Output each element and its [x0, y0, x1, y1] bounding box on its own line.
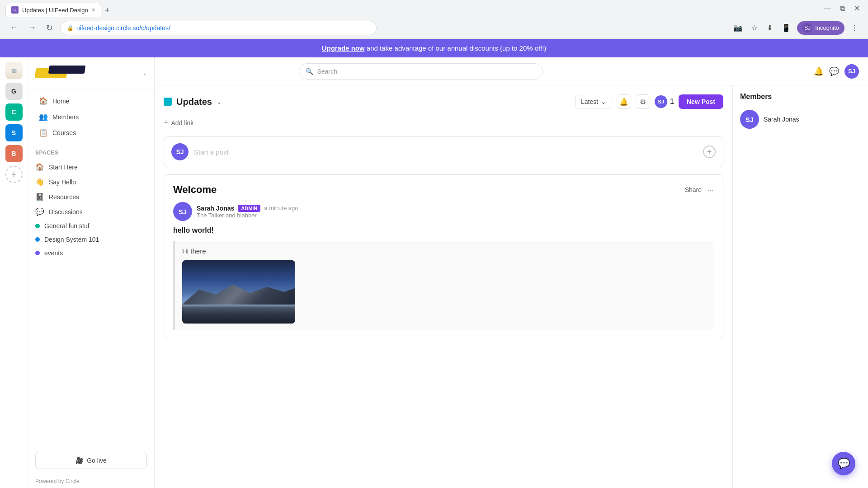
settings-icon[interactable]: ⚙: [636, 94, 650, 109]
go-live-button[interactable]: 🎥 Go live: [35, 452, 147, 469]
lock-icon: 🔒: [67, 25, 74, 31]
rail-icon-g[interactable]: G: [5, 83, 23, 100]
new-tab-btn[interactable]: +: [101, 4, 113, 17]
download-icon[interactable]: ⬇: [764, 22, 775, 34]
add-community-button[interactable]: +: [5, 166, 23, 183]
chat-icon[interactable]: 💬: [829, 66, 839, 76]
sidebar-item-resources[interactable]: 📓 Resources: [28, 189, 154, 204]
sidebar-item-events[interactable]: events: [28, 246, 154, 260]
sidebar-members-label: Members: [52, 113, 79, 121]
notification-settings-icon[interactable]: 🔔: [617, 94, 631, 109]
share-button[interactable]: Share: [685, 186, 702, 193]
author-name-row: Sarah Jonas ADMIN a minute ago: [197, 205, 298, 212]
feed-topbar: Updates ⌄ Latest ⌄ 🔔 ⚙: [164, 94, 723, 109]
active-tab[interactable]: U Updates | UIFeed Design ×: [5, 3, 101, 17]
sidebar-item-say-hello[interactable]: 👋 Say Hello: [28, 174, 154, 189]
admin-badge: ADMIN: [238, 205, 260, 212]
feed-title: Updates: [176, 97, 212, 107]
address-text: uifeed-design.circle.so/c/updates/: [76, 24, 170, 32]
general-label: General fun stuf: [44, 222, 90, 230]
members-title: Members: [740, 93, 861, 101]
search-input[interactable]: 🔍 Search: [299, 63, 543, 80]
general-dot: [35, 224, 40, 228]
user-avatar[interactable]: SJ: [844, 64, 859, 79]
post-composer[interactable]: SJ Start a post +: [164, 136, 723, 167]
add-link[interactable]: + Add link: [164, 116, 723, 129]
welcome-post-card: Welcome Share ··· SJ Sarah J: [164, 174, 723, 339]
quote-block: Hi there: [173, 241, 714, 330]
browser-actions: 📷 ☆ ⬇ 📱 SJ Incognito ⋮: [731, 21, 861, 35]
sort-latest-button[interactable]: Latest ⌄: [575, 95, 612, 108]
rail-icon-b[interactable]: B: [5, 145, 23, 162]
member-row[interactable]: SJ Sarah Jonas: [740, 107, 861, 131]
device-icon[interactable]: 📱: [779, 22, 793, 34]
sidebar-item-start-here[interactable]: 🏠 Start Here: [28, 160, 154, 174]
post-input[interactable]: Start a post: [194, 148, 698, 156]
chat-fab-button[interactable]: 💬: [832, 452, 855, 475]
post-title: Welcome: [173, 184, 217, 196]
more-options-icon[interactable]: ⋮: [848, 22, 861, 34]
go-live-icon: 🎥: [75, 457, 83, 464]
content-inner: Updates ⌄ Latest ⌄ 🔔 ⚙: [155, 85, 868, 488]
powered-by: Powered by Circle: [28, 474, 154, 488]
quote-text: Hi there: [182, 247, 707, 255]
members-section: Members SJ Sarah Jonas: [740, 93, 861, 131]
rail-icon-c[interactable]: C: [5, 103, 23, 121]
restore-button[interactable]: ⧉: [837, 3, 848, 14]
new-post-button[interactable]: New Post: [679, 94, 723, 109]
events-label: events: [44, 249, 63, 257]
tab-favicon: U: [11, 6, 19, 14]
post-author: SJ Sarah Jonas ADMIN a minute ago The Ta…: [173, 202, 714, 221]
design-system-dot: [35, 237, 40, 242]
upgrade-banner: Upgrade now and take advantage of our an…: [0, 39, 868, 57]
back-button[interactable]: ←: [7, 21, 21, 34]
chat-fab-icon: 💬: [838, 458, 850, 469]
author-name: Sarah Jonas: [197, 205, 234, 212]
upgrade-link[interactable]: Upgrade now: [322, 44, 365, 52]
feed: Updates ⌄ Latest ⌄ 🔔 ⚙: [155, 85, 732, 488]
tab-close-btn[interactable]: ×: [92, 6, 95, 14]
sidebar-item-home[interactable]: 🏠 Home: [32, 93, 151, 109]
notification-bell-icon[interactable]: 🔔: [814, 66, 824, 76]
browser-frame: U Updates | UIFeed Design × + — ⧉ ✕ ← → …: [0, 0, 868, 488]
add-link-label: Add link: [171, 119, 194, 127]
sort-label: Latest: [581, 98, 598, 105]
composer-avatar: SJ: [171, 143, 189, 160]
sidebar-item-design-system[interactable]: Design System 101: [28, 233, 154, 246]
address-bar[interactable]: 🔒 uifeed-design.circle.so/c/updates/: [60, 21, 377, 35]
app: Upgrade now and take advantage of our an…: [0, 39, 868, 488]
star-icon[interactable]: ☆: [749, 22, 760, 34]
minimize-button[interactable]: —: [821, 3, 834, 14]
main-layout: 🏢 G C S B + ⌄: [0, 57, 868, 488]
sidebar: ⌄ 🏠 Home 👥 Members 📋 Courses: [28, 57, 155, 488]
sidebar-home-label: Home: [52, 98, 69, 105]
feed-title-chevron-icon[interactable]: ⌄: [217, 98, 222, 105]
sidebar-item-members[interactable]: 👥 Members: [32, 109, 151, 125]
composer-plus-icon[interactable]: +: [703, 145, 716, 158]
content-area: 🔍 Search 🔔 💬 SJ: [155, 57, 868, 488]
community-logo: [35, 65, 90, 82]
browser-titlebar: U Updates | UIFeed Design × + — ⧉ ✕: [0, 0, 868, 17]
camera-off-icon[interactable]: 📷: [731, 22, 745, 34]
top-search-bar: 🔍 Search 🔔 💬 SJ: [155, 57, 868, 85]
feed-member-avatar: SJ: [655, 95, 667, 108]
go-live-label: Go live: [87, 457, 107, 464]
space-color-indicator: [164, 98, 172, 106]
resources-icon: 📓: [35, 192, 44, 201]
sidebar-item-courses[interactable]: 📋 Courses: [32, 125, 151, 141]
post-more-button[interactable]: ···: [707, 185, 714, 195]
search-icon: 🔍: [306, 68, 313, 75]
feed-actions: Latest ⌄ 🔔 ⚙ SJ 1 New Post: [575, 94, 723, 109]
rail-community-logo[interactable]: 🏢: [5, 62, 23, 79]
sidebar-item-general[interactable]: General fun stuf: [28, 219, 154, 233]
sidebar-header[interactable]: ⌄: [28, 57, 154, 89]
start-here-label: Start Here: [49, 164, 78, 171]
sort-chevron-icon: ⌄: [601, 98, 606, 105]
rail-icon-s[interactable]: S: [5, 124, 23, 141]
sidebar-item-discussions[interactable]: 💬 Discussions: [28, 204, 154, 219]
post-time: a minute ago: [264, 205, 298, 211]
reload-button[interactable]: ↻: [43, 21, 56, 35]
close-button[interactable]: ✕: [851, 3, 863, 14]
forward-button[interactable]: →: [25, 21, 39, 34]
feed-title-area: Updates ⌄: [164, 97, 222, 107]
